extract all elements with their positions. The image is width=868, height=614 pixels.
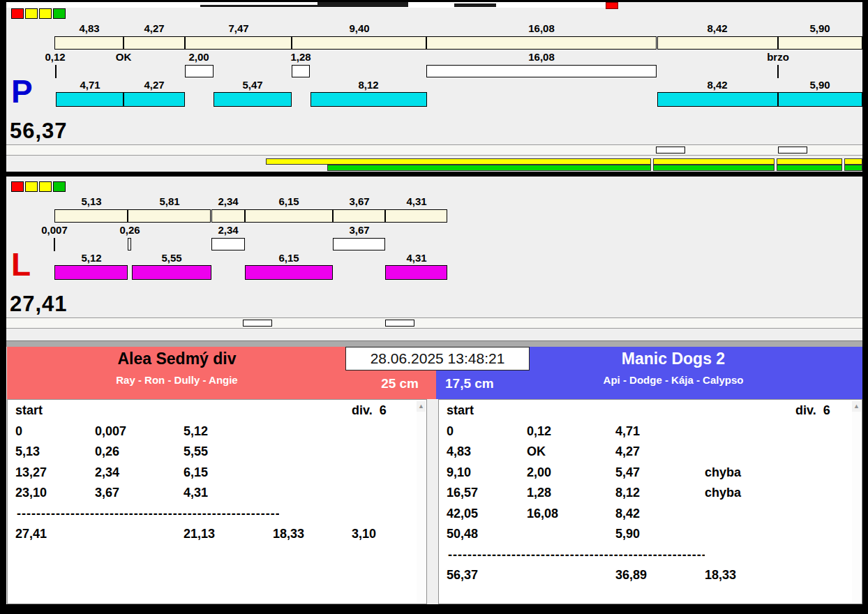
dog-time-label: 5,55: [130, 252, 214, 264]
exchange-time-label: brzo: [736, 51, 820, 63]
split-time-label: 5,90: [778, 22, 862, 34]
table-cell: 4,27: [615, 444, 640, 459]
sensor-strip-box: [385, 320, 414, 327]
team-left-dogs: Ray - Ron - Dully - Angie: [7, 374, 347, 386]
timeline-bar-green: [844, 165, 862, 171]
split-segment-cell: [778, 36, 862, 50]
crossing-tick: [777, 65, 779, 78]
table-cell: 21,13: [184, 527, 215, 541]
split-time-label: 8,42: [675, 22, 759, 34]
table-cell: 0: [15, 424, 22, 439]
team-right-jump-height: 17,5 cm: [445, 376, 494, 391]
table-cell: 5,12: [184, 424, 208, 439]
timeline-bar-green: [653, 165, 775, 171]
split-time-label: 16,08: [500, 22, 583, 34]
traffic-light: [25, 8, 38, 19]
split-time-label: 7,47: [197, 22, 280, 34]
timeline-bar-yellow: [266, 158, 651, 165]
fault-interval-box: [185, 65, 214, 77]
window-border-right: [862, 0, 868, 614]
dog-time-label: 5,90: [778, 79, 862, 91]
fault-interval-box: [292, 65, 310, 77]
sensor-strip: [6, 317, 862, 329]
table-cell: 5,90: [615, 527, 640, 541]
scrollbar-track[interactable]: [417, 400, 426, 603]
fault-interval-box: [128, 238, 131, 250]
exchange-time-label: 3,67: [317, 224, 401, 236]
dog-run-bar: [778, 92, 862, 107]
scrollbar-track[interactable]: [852, 400, 861, 603]
split-time-label: 5,13: [50, 195, 133, 207]
table-cell: 4,83: [447, 444, 471, 459]
table-cell: start: [447, 403, 474, 418]
table-cell: 27,41: [15, 527, 47, 541]
table-cell: 8,12: [615, 486, 640, 500]
exchange-time-label: 2,34: [186, 224, 270, 236]
dog-run-bar: [245, 265, 333, 280]
exchange-time-label: 0,26: [88, 224, 172, 236]
panel-letter: P: [11, 75, 33, 107]
panel-total-time: 27,41: [10, 292, 68, 315]
dog-run-bar: [124, 92, 185, 107]
table-separator-dashes: ----------------------------------------…: [448, 548, 705, 562]
dog-run-bar: [385, 265, 447, 280]
timeline-bar-yellow: [844, 158, 862, 165]
scrollbar-up-icon[interactable]: ▲: [852, 401, 861, 412]
table-cell: 2,00: [527, 465, 551, 480]
table-cell: 18,33: [273, 527, 304, 541]
exchange-time-label: 0,007: [13, 224, 96, 236]
table-cell: 50,48: [447, 527, 478, 541]
team-right-name: Manic Dogs 2: [472, 350, 868, 368]
panel-letter: L: [11, 248, 31, 280]
split-segment-cell: [245, 209, 333, 223]
split-segment-cell: [426, 36, 657, 50]
exchange-time-label: OK: [82, 51, 165, 63]
table-cell: 1,28: [527, 486, 551, 500]
split-segment-cell: [128, 209, 211, 223]
window-top-strip: [6, 2, 618, 8]
scrollbar-up-icon[interactable]: ▲: [417, 401, 426, 412]
table-separator-dashes: ----------------------------------------…: [17, 507, 279, 521]
results-table[interactable]: [438, 399, 862, 604]
exchange-time-label: 1,28: [259, 51, 343, 63]
split-segment-cell: [54, 209, 128, 223]
sensor-strip-box: [778, 147, 807, 154]
traffic-light: [11, 181, 24, 192]
table-cell: 0: [447, 424, 454, 439]
table-cell: chyba: [705, 486, 741, 500]
split-time-label: 4,31: [375, 195, 458, 207]
split-segment-cell: [292, 36, 426, 50]
timeline-bar-yellow: [653, 158, 775, 165]
sensor-strip-box: [243, 320, 272, 327]
split-segment-cell: [211, 209, 245, 223]
traffic-light: [39, 181, 52, 192]
split-segment-cell: [185, 36, 292, 50]
dog-run-bar: [54, 265, 128, 280]
window-border-bottom: [0, 604, 868, 614]
timestamp: 28.06.2025 13:48:21: [345, 347, 530, 370]
exchange-time-label: 16,08: [500, 51, 583, 63]
window-border-left: [0, 0, 6, 614]
dog-time-label: 5,47: [211, 79, 294, 91]
sensor-strip-box: [656, 147, 685, 154]
table-cell: 3,10: [352, 527, 376, 541]
team-left-name: Alea Sedmý div: [7, 350, 347, 368]
table-cell: 8,42: [615, 507, 640, 521]
table-cell: 4,71: [615, 424, 640, 439]
fault-interval-box: [426, 65, 657, 77]
traffic-light: [39, 8, 52, 19]
table-cell: 13,27: [15, 465, 47, 480]
dog-run-bar: [657, 92, 778, 107]
split-time-label: 4,27: [112, 22, 196, 34]
dog-run-bar: [56, 92, 124, 107]
table-cell: 23,10: [15, 486, 47, 500]
dog-time-label: 5,12: [50, 252, 133, 264]
table-cell: 5,47: [615, 465, 640, 480]
table-cell: 0,12: [527, 424, 551, 439]
dog-run-bar: [310, 92, 427, 107]
clipped-ui-fragment: [454, 3, 496, 7]
table-cell: start: [15, 403, 43, 418]
results-table[interactable]: [7, 399, 427, 604]
fault-interval-box: [211, 238, 245, 250]
panel-total-time: 56,37: [10, 119, 68, 142]
